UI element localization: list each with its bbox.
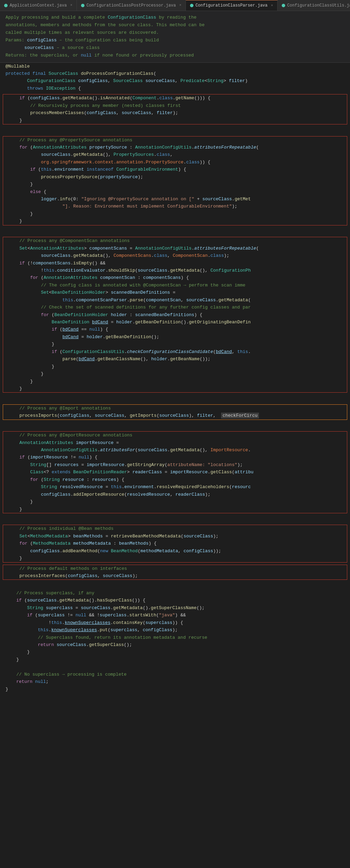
- javadoc-block: Apply processing and build a complete Co…: [0, 11, 350, 63]
- code-line-set-sbd2: this.componentScanParser.parse(component…: [3, 296, 347, 304]
- code-line-if-env: if (this.environment instanceof Configur…: [3, 166, 347, 173]
- code-line-process-ps: processPropertySource(propertySource);: [3, 173, 347, 181]
- code-line-process-imp: processImports(configClass, sourceClass,…: [3, 412, 347, 419]
- code-line-brace2: }: [3, 181, 347, 188]
- javadoc-line5: sourceClass – a source class: [6, 44, 344, 52]
- javadoc-line4: Params: configClass – the configuration …: [6, 37, 344, 44]
- code-line-for-bdh: for (BeanDefinitionHolder holder : scann…: [3, 311, 347, 319]
- code-line-for-res: for (String resource : resources) {: [3, 476, 347, 483]
- code-line-process-ifaces: processInterfaces(configClass, sourceCla…: [3, 572, 347, 579]
- code-line-parse: parse(bdCand.getBeanClassName(), holder.…: [3, 355, 347, 363]
- code-line-brace6: }: [3, 363, 347, 370]
- code-line-brace10: }: [3, 498, 347, 505]
- code-area: @Nullable protected final SourceClass do…: [0, 63, 350, 693]
- code-line-add-ir: configClass.addImportedResource(resolved…: [3, 491, 347, 498]
- code-line-close-brace: }: [0, 686, 350, 693]
- section-box-interfaces: // Process default methods on interfaces…: [3, 565, 347, 580]
- code-line-comment-cs3: // Check the set of scanned definitions …: [3, 304, 347, 311]
- tab-icon-parser: [190, 4, 193, 7]
- code-line-superclass: String superclass = sourceClass.getMetad…: [0, 604, 350, 612]
- tab-bar: ApplicationContext.java × ConfigurationC…: [0, 0, 350, 11]
- code-line-logger2: "]. Reason: Environment must implement C…: [3, 203, 347, 210]
- code-line-blank3: [0, 395, 350, 402]
- code-line-else: else {: [3, 188, 347, 195]
- code-line-resolved: String resolvedResource = this.environme…: [3, 483, 347, 491]
- code-line-brace1: }: [3, 117, 347, 124]
- code-line-if-cs2: !this.conditionEvaluator.shouldSkip(sour…: [3, 267, 347, 274]
- code-line-blank4: [0, 422, 350, 429]
- section-box-component: if (configClass.getMetadata().isAnnotate…: [3, 94, 347, 124]
- code-line-brace11: }: [3, 506, 347, 513]
- tab-label-postprocessor: ConfigurationClassPostProcessor.java: [87, 3, 176, 8]
- code-line-comment-cs: // Process any @ComponentScan annotation…: [3, 237, 347, 244]
- tab-utils[interactable]: ConfigurationClassUtils.java ×: [278, 0, 350, 11]
- code-line-comment-ir: // Process any @ImportResource annotatio…: [3, 432, 347, 439]
- tab-icon-utils: [282, 4, 285, 7]
- tab-icon-appcontext: [4, 4, 8, 7]
- code-line-brace13: }: [0, 648, 350, 656]
- tab-postprocessor[interactable]: ConfigurationClassPostProcessor.java ×: [77, 0, 186, 11]
- code-line-brace5: }: [3, 341, 347, 348]
- javadoc-line1: Apply processing and build a complete Co…: [6, 14, 344, 21]
- code-line-for-cs: for (AnnotationAttributes componentScan …: [3, 274, 347, 281]
- code-line-for-bm: for (MethodMetadata methodMetadata : bea…: [3, 540, 347, 547]
- tab-label-parser: ConfigurationClassParser.java: [196, 3, 268, 8]
- code-line-put-super: this.knownSuperclasses.put(superclass, c…: [0, 626, 350, 634]
- code-line-sig1: protected final SourceClass doProcessCon…: [0, 70, 350, 77]
- code-line-if-super3: !this.knownSuperclasses.containsKey(supe…: [0, 619, 350, 626]
- code-line-sig2: ConfigurationClass configClass, SourceCl…: [0, 77, 350, 84]
- code-line-bd: BeanDefinition bdCand = holder.getBeanDe…: [3, 319, 347, 326]
- code-line-for-ps2: sourceClass.getMetadata(), PropertySourc…: [3, 151, 347, 158]
- code-line-resources: String[] resources = importResource.getS…: [3, 461, 347, 468]
- code-line-if1: if (configClass.getMetadata().isAnnotate…: [3, 94, 347, 102]
- code-line-if-ir: if (importResource != null) {: [3, 454, 347, 461]
- code-line-blank6: [0, 582, 350, 589]
- javadoc-line3: called multiple times as relevant source…: [6, 29, 344, 37]
- code-line-processmember: processMemberClasses(configClass, source…: [3, 109, 347, 117]
- code-line-brace7: }: [3, 370, 347, 377]
- code-line-set-cs: Set<AnnotationAttributes> componentScans…: [3, 245, 347, 252]
- code-line-set-bm: Set<MethodMetadata> beanMethods = retrie…: [3, 533, 347, 540]
- tab-close-postprocessor[interactable]: ×: [179, 3, 181, 7]
- code-line-comment-cs2: // The config class is annotated with @C…: [3, 282, 347, 289]
- code-line-set-sbd: Set<BeanDefinitionHolder> scannedBeanDef…: [3, 289, 347, 296]
- section-box-componentscan: // Process any @ComponentScan annotation…: [3, 237, 347, 393]
- tab-label-utils: ConfigurationClassUtils.java: [287, 3, 350, 8]
- code-line-comment-dm: // Process default methods on interfaces: [3, 565, 347, 572]
- javadoc-line2: annotations, members and methods from th…: [6, 21, 344, 29]
- code-line-bd2: bdCand = holder.getBeanDefinition();: [3, 333, 347, 341]
- code-line-readerclass: Class<? extends BeanDefinitionReader> re…: [3, 468, 347, 476]
- code-line-for-ps3: org.springframework.context.annotation.P…: [3, 159, 347, 166]
- code-line-blank5: [0, 515, 350, 523]
- code-line-if-cs: if (!componentScans.isEmpty() &&: [3, 260, 347, 267]
- tab-close-parser[interactable]: ×: [271, 4, 273, 8]
- code-line-nullable: @Nullable: [0, 63, 350, 70]
- code-line-brace12: }: [3, 555, 347, 562]
- code-line-brace4: }: [3, 218, 347, 225]
- code-line-blank2: [0, 228, 350, 235]
- code-line-ir-attr: AnnotationAttributes importResource =: [3, 439, 347, 446]
- code-line-comment-imp: // Process any @Import annotations: [3, 405, 347, 412]
- section-box-bean: // Process individual @Bean methods Set<…: [3, 525, 347, 562]
- tab-parser[interactable]: ConfigurationClassParser.java ×: [186, 0, 278, 11]
- code-line-add-bm: configClass.addBeanMethod(new BeanMethod…: [3, 547, 347, 555]
- code-line-throws: throws IOException {: [0, 85, 350, 92]
- code-line-for-ps: for (AnnotationAttributes propertySource…: [3, 144, 347, 151]
- code-line-comment-member: // Recursively process any member (neste…: [3, 102, 347, 109]
- code-line-brace8: }: [3, 378, 347, 385]
- tab-appcontext[interactable]: ApplicationContext.java ×: [0, 0, 77, 11]
- code-line-blank1: [0, 127, 350, 134]
- section-box-import: // Process any @Import annotations proce…: [3, 404, 347, 420]
- code-line-comment-ps: // Process any @PropertySource annotatio…: [3, 137, 347, 144]
- code-line-if-super2: if (superclass != null && !superclass.st…: [0, 612, 350, 619]
- code-line-brace9: }: [3, 385, 347, 392]
- tab-label-appcontext: ApplicationContext.java: [10, 3, 67, 8]
- code-line-if-bd: if (bdCand == null) {: [3, 326, 347, 333]
- code-line-comment-nosuper: // No superclass → processing is complet…: [0, 671, 350, 678]
- section-box-propertysource: // Process any @PropertySource annotatio…: [3, 136, 347, 225]
- code-line-return-null: return null;: [0, 678, 350, 685]
- tab-close-appcontext[interactable]: ×: [70, 3, 72, 7]
- tab-icon-postprocessor: [81, 4, 84, 7]
- code-line-brace3: }: [3, 210, 347, 218]
- code-line-brace14: }: [0, 656, 350, 663]
